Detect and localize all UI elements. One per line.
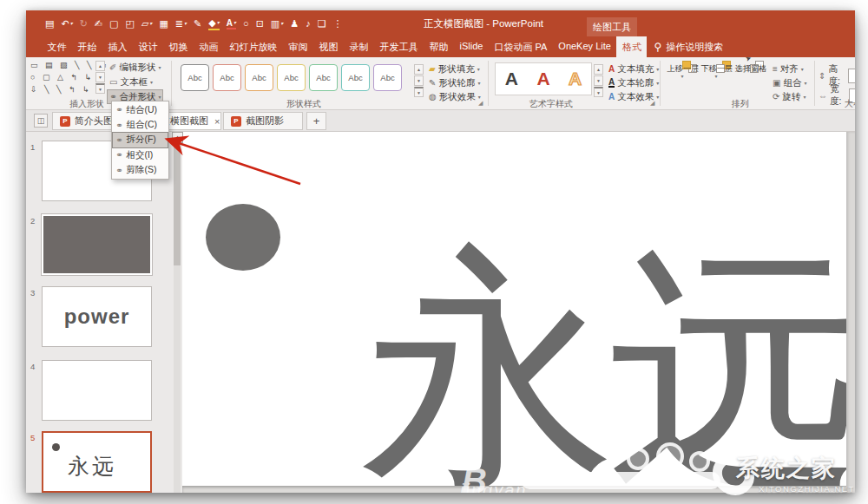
slide-bottom-edge <box>182 486 846 493</box>
gallery-up-icon[interactable]: ▲ <box>95 61 105 71</box>
tab-pocket-animation[interactable]: 口袋动画 PA <box>489 36 553 57</box>
print-preview-icon[interactable]: ◰ <box>125 18 134 29</box>
tab-format[interactable]: 格式 <box>616 36 647 57</box>
font-color-icon[interactable]: A▾ <box>227 18 236 29</box>
align-button[interactable]: ≡ 对齐▾ <box>771 62 806 75</box>
group-label-wordart: 艺术字样式 <box>499 98 603 110</box>
panel-scroll-up-button[interactable]: ▲ <box>172 132 183 143</box>
tab-islide[interactable]: iSlide <box>454 36 489 57</box>
selection-pane-button[interactable]: ➤ 选择窗格 <box>733 61 766 101</box>
menu-item-union[interactable]: ⚭ 结合(U) <box>113 102 168 117</box>
group-button[interactable]: ▣ 组合▾ <box>771 76 808 89</box>
tab-help[interactable]: 帮助 <box>424 36 454 57</box>
shape-style-7[interactable]: Abc <box>373 64 402 91</box>
text-effects-icon: A <box>608 92 615 101</box>
tab-onekey[interactable]: OneKey Lite <box>553 36 617 57</box>
slide-thumbnail-3[interactable]: power <box>42 286 152 347</box>
close-tab-icon[interactable]: × <box>214 116 220 127</box>
tab-file[interactable]: 文件 <box>42 36 72 57</box>
screenshot-icon[interactable]: ⊡ <box>256 18 264 29</box>
sound-icon[interactable]: ♪ <box>306 18 311 29</box>
shape-gallery-row-3[interactable]: ⇩ ╲ ╲ ↰ ↳ ⌐ <box>30 85 103 94</box>
group-label-size: 大小 <box>832 98 855 110</box>
wordart-gallery[interactable]: A A A <box>495 62 592 95</box>
window-title: 正文横图截图 - PowerPoint <box>424 10 543 36</box>
menu-item-fragment[interactable]: ⚭ 拆分(F) <box>113 133 168 147</box>
tab-slideshow[interactable]: 幻灯片放映 <box>224 36 283 57</box>
shape-fill-button[interactable]: ▰ 形状填充▾ <box>427 62 482 75</box>
height-input[interactable] <box>848 69 855 83</box>
redo-icon[interactable]: ↻ <box>80 18 88 29</box>
tab-animations[interactable]: 动画 <box>194 36 224 57</box>
shape-styles-dialog-launcher[interactable]: ◢ <box>478 100 483 107</box>
menu-item-subtract[interactable]: ⚭ 剪除(S) <box>113 163 168 178</box>
shape-outline-button[interactable]: ✎ 形状轮廓▾ <box>427 76 482 89</box>
oval-icon[interactable]: ○ <box>243 18 249 29</box>
subtract-icon: ⚭ <box>115 166 122 175</box>
tab-record[interactable]: 录制 <box>344 36 374 57</box>
align-icon: ≡ <box>773 64 778 74</box>
save-icon[interactable]: ▤ <box>45 18 54 29</box>
edit-shape-icon: ✐ <box>109 62 116 72</box>
shape-style-2[interactable]: Abc <box>213 64 241 91</box>
wordart-dialog-launcher[interactable]: ◢ <box>650 100 654 107</box>
columns-icon[interactable]: ▥▾ <box>271 18 283 29</box>
draw-mode-icon[interactable]: ✍ <box>95 18 102 29</box>
new-file-icon[interactable]: ▢ <box>109 18 118 29</box>
send-backward-button[interactable]: 下移一层 ▾ <box>700 61 733 101</box>
shape-outline-pencil-icon: ✎ <box>429 78 436 88</box>
tab-developer[interactable]: 开发工具 <box>374 36 424 57</box>
text-box-icon: ▭ <box>109 77 117 87</box>
shape-style-4[interactable]: Abc <box>277 64 306 91</box>
customize-toolbar-icon[interactable]: ⋮ <box>333 18 343 29</box>
shape-effects-button[interactable]: ◍ 形状效果▾ <box>427 90 483 103</box>
shape-fill-icon[interactable]: ◆▾ <box>208 17 219 30</box>
shape-style-6[interactable]: Abc <box>341 64 370 91</box>
quick-access-toolbar: ▤ ↶▾ ↻ ✍ ▢ ◰ ▱▾ ▦ ≣▾ ✎ ◆▾ A▾ ○ ⊡ ▥▾ ♟ ♪ … <box>45 10 343 36</box>
gallery-down-icon[interactable]: ▼ <box>95 72 105 82</box>
menu-item-combine[interactable]: ⚭ 组合(C) <box>113 117 168 132</box>
combine-icon: ⚭ <box>115 121 122 130</box>
text-box-button[interactable]: ▭ 文本框▾ <box>108 75 155 88</box>
text-fill-button[interactable]: A 文本填充▾ <box>607 62 661 75</box>
slide5-text: 永远 <box>68 452 116 481</box>
shape-style-3[interactable]: Abc <box>245 64 273 91</box>
canvas-big-text[interactable]: 永远 <box>360 243 846 493</box>
text-outline-button[interactable]: A 文本轮廓▾ <box>607 76 661 89</box>
slide-thumbnail-2[interactable] <box>42 214 152 275</box>
tab-home[interactable]: 开始 <box>72 36 102 57</box>
pen-icon[interactable]: ✎ <box>194 18 201 29</box>
paragraph-icon[interactable]: ≣▾ <box>175 18 187 29</box>
tab-list-icon[interactable]: ◫ <box>34 114 48 128</box>
main-area: 1 2 3 power 4 5 永远 ▲ 永远 <box>26 132 855 493</box>
tab-insert[interactable]: 插入 <box>102 36 133 57</box>
menu-item-intersect[interactable]: ⚭ 相交(I) <box>113 147 168 162</box>
layers-icon[interactable]: ❏ <box>318 18 326 29</box>
new-tab-button[interactable]: + <box>306 112 326 130</box>
share-person-icon[interactable]: ♟ <box>290 18 299 29</box>
slide-thumbnail-4[interactable] <box>42 360 152 421</box>
slide-number: 3 <box>30 288 35 298</box>
slide-thumbnail-5-selected[interactable]: 永远 <box>42 431 152 493</box>
tab-transitions[interactable]: 切换 <box>163 36 194 57</box>
tellme-icon: ⚲ <box>654 41 661 53</box>
panel-scrollbar-thumb[interactable] <box>174 144 181 265</box>
shape-style-1[interactable]: Abc <box>181 64 209 91</box>
tellme-search[interactable]: ⚲ 操作说明搜索 <box>647 36 730 57</box>
panel-scrollbar[interactable] <box>174 132 181 493</box>
table-icon[interactable]: ▦ <box>159 18 168 29</box>
edit-shape-button[interactable]: ✐ 编辑形状▾ <box>108 61 162 74</box>
slide-canvas[interactable]: 永远 B jingyan <box>182 132 846 493</box>
slide5-dot-shape <box>52 443 60 451</box>
shape-style-5[interactable]: Abc <box>309 64 338 91</box>
ellipse-shape[interactable] <box>206 204 280 271</box>
undo-icon[interactable]: ↶▾ <box>61 18 72 29</box>
bring-forward-button[interactable]: 上移一层 ▾ <box>666 61 699 101</box>
doc-tab-shadow[interactable]: P 截图阴影 <box>223 112 303 130</box>
tab-review[interactable]: 审阅 <box>283 36 313 57</box>
gallery-more-icon[interactable]: ▼ <box>95 83 105 94</box>
open-folder-icon[interactable]: ▱▾ <box>141 18 152 29</box>
text-fill-icon: A <box>608 64 615 74</box>
tab-design[interactable]: 设计 <box>133 36 163 57</box>
tab-view[interactable]: 视图 <box>313 36 344 57</box>
